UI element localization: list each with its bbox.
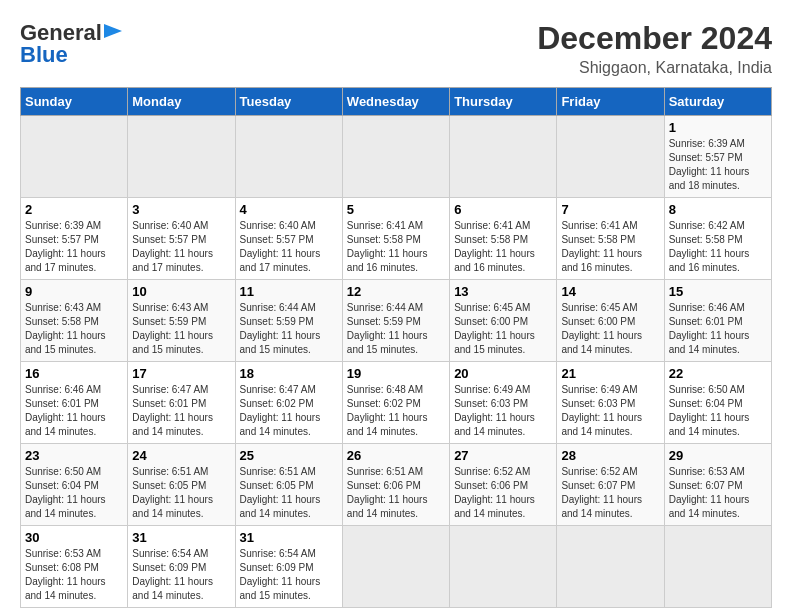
page-header: General Blue December 2024 Shiggaon, Kar… [20,20,772,77]
day-cell-26: 26 Sunrise: 6:51 AMSunset: 6:06 PMDaylig… [342,444,449,526]
day-cell-8: 8 Sunrise: 6:42 AMSunset: 5:58 PMDayligh… [664,198,771,280]
day-cell-31b: 31 Sunrise: 6:54 AMSunset: 6:09 PMDaylig… [235,526,342,608]
day-cell-9: 9 Sunrise: 6:43 AMSunset: 5:58 PMDayligh… [21,280,128,362]
day-cell-27: 27 Sunrise: 6:52 AMSunset: 6:06 PMDaylig… [450,444,557,526]
logo-blue-text: Blue [20,42,68,68]
day-cell-31: 31 Sunrise: 6:54 AMSunset: 6:09 PMDaylig… [128,526,235,608]
day-cell-1: 1 Sunrise: 6:39 AMSunset: 5:57 PMDayligh… [664,116,771,198]
day-cell-21: 21 Sunrise: 6:49 AMSunset: 6:03 PMDaylig… [557,362,664,444]
day-cell-2: 2 Sunrise: 6:39 AMSunset: 5:57 PMDayligh… [21,198,128,280]
empty-cell [450,116,557,198]
calendar-table: Sunday Monday Tuesday Wednesday Thursday… [20,87,772,608]
day-cell-4: 4 Sunrise: 6:40 AMSunset: 5:57 PMDayligh… [235,198,342,280]
calendar-header-row: Sunday Monday Tuesday Wednesday Thursday… [21,88,772,116]
empty-cell [128,116,235,198]
day-cell-16: 16 Sunrise: 6:46 AMSunset: 6:01 PMDaylig… [21,362,128,444]
title-section: December 2024 Shiggaon, Karnataka, India [537,20,772,77]
day-cell-12: 12 Sunrise: 6:44 AMSunset: 5:59 PMDaylig… [342,280,449,362]
empty-cell [557,116,664,198]
day-cell-18: 18 Sunrise: 6:47 AMSunset: 6:02 PMDaylig… [235,362,342,444]
svg-marker-0 [104,24,122,38]
header-monday: Monday [128,88,235,116]
table-row: 23 Sunrise: 6:50 AMSunset: 6:04 PMDaylig… [21,444,772,526]
day-cell-23: 23 Sunrise: 6:50 AMSunset: 6:04 PMDaylig… [21,444,128,526]
day-cell-6: 6 Sunrise: 6:41 AMSunset: 5:58 PMDayligh… [450,198,557,280]
day-cell-30: 30 Sunrise: 6:53 AMSunset: 6:08 PMDaylig… [21,526,128,608]
empty-cell [235,116,342,198]
day-cell-28: 28 Sunrise: 6:52 AMSunset: 6:07 PMDaylig… [557,444,664,526]
table-row: 30 Sunrise: 6:53 AMSunset: 6:08 PMDaylig… [21,526,772,608]
day-cell-3: 3 Sunrise: 6:40 AMSunset: 5:57 PMDayligh… [128,198,235,280]
table-row: 9 Sunrise: 6:43 AMSunset: 5:58 PMDayligh… [21,280,772,362]
empty-cell [21,116,128,198]
day-cell-17: 17 Sunrise: 6:47 AMSunset: 6:01 PMDaylig… [128,362,235,444]
logo: General Blue [20,20,124,68]
empty-cell [342,526,449,608]
header-saturday: Saturday [664,88,771,116]
day-cell-20: 20 Sunrise: 6:49 AMSunset: 6:03 PMDaylig… [450,362,557,444]
empty-cell [450,526,557,608]
table-row: 16 Sunrise: 6:46 AMSunset: 6:01 PMDaylig… [21,362,772,444]
day-cell-22: 22 Sunrise: 6:50 AMSunset: 6:04 PMDaylig… [664,362,771,444]
header-friday: Friday [557,88,664,116]
month-title: December 2024 [537,20,772,57]
header-tuesday: Tuesday [235,88,342,116]
logo-arrow-icon [102,22,124,40]
empty-cell [557,526,664,608]
empty-cell [664,526,771,608]
day-cell-24: 24 Sunrise: 6:51 AMSunset: 6:05 PMDaylig… [128,444,235,526]
day-cell-25: 25 Sunrise: 6:51 AMSunset: 6:05 PMDaylig… [235,444,342,526]
day-cell-5: 5 Sunrise: 6:41 AMSunset: 5:58 PMDayligh… [342,198,449,280]
header-sunday: Sunday [21,88,128,116]
table-row: 1 Sunrise: 6:39 AMSunset: 5:57 PMDayligh… [21,116,772,198]
day-cell-13: 13 Sunrise: 6:45 AMSunset: 6:00 PMDaylig… [450,280,557,362]
header-wednesday: Wednesday [342,88,449,116]
day-cell-29: 29 Sunrise: 6:53 AMSunset: 6:07 PMDaylig… [664,444,771,526]
day-cell-15: 15 Sunrise: 6:46 AMSunset: 6:01 PMDaylig… [664,280,771,362]
day-cell-11: 11 Sunrise: 6:44 AMSunset: 5:59 PMDaylig… [235,280,342,362]
table-row: 2 Sunrise: 6:39 AMSunset: 5:57 PMDayligh… [21,198,772,280]
day-cell-10: 10 Sunrise: 6:43 AMSunset: 5:59 PMDaylig… [128,280,235,362]
empty-cell [342,116,449,198]
day-cell-19: 19 Sunrise: 6:48 AMSunset: 6:02 PMDaylig… [342,362,449,444]
day-cell-14: 14 Sunrise: 6:45 AMSunset: 6:00 PMDaylig… [557,280,664,362]
header-thursday: Thursday [450,88,557,116]
day-cell-7: 7 Sunrise: 6:41 AMSunset: 5:58 PMDayligh… [557,198,664,280]
location-subtitle: Shiggaon, Karnataka, India [537,59,772,77]
